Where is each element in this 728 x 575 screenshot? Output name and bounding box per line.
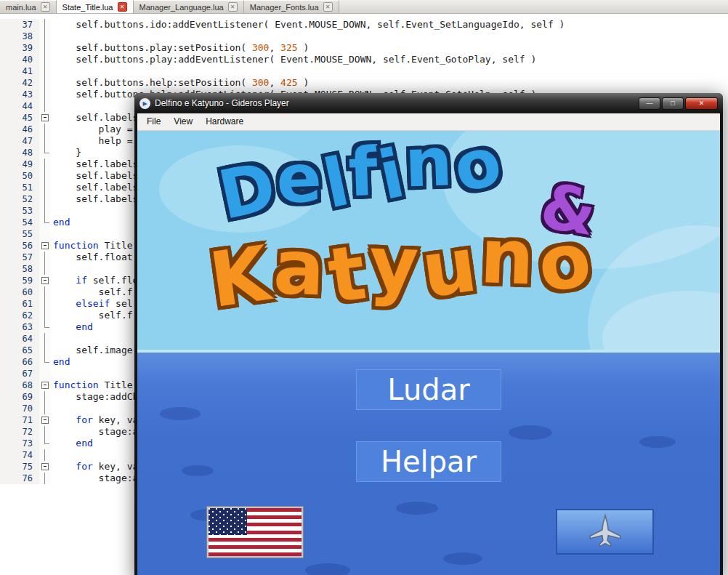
code-text: if self.flo [51,275,138,286]
logo-katyuno: Katyuno [208,214,597,323]
fold-toggle-icon[interactable] [39,414,51,426]
fold-margin [39,263,51,275]
code-text [51,403,53,414]
fold-margin [39,170,51,182]
water-shadow [396,502,438,515]
fold-margin [39,65,51,77]
fold-margin [39,438,51,449]
line-number: 65 [0,345,39,356]
code-line[interactable]: 39 self.buttons.play:setPosition( 300, 3… [0,42,728,54]
code-line[interactable]: 38 [0,31,728,42]
tab-state_title-lua[interactable]: State_Title.lua✕ [57,0,134,13]
line-number: 52 [0,193,39,205]
code-line[interactable]: 40 self.buttons.play:addEventListener( E… [0,54,728,65]
flag-canton-stars [209,508,247,535]
logo-letter: n [403,131,456,203]
tab-label: Manager_Fonts.lua [250,3,319,12]
tab-label: Manager_Language.lua [139,3,224,12]
minimize-button[interactable]: — [639,97,660,110]
code-line[interactable]: 42 self.buttons.help:setPosition( 300, 4… [0,77,728,89]
line-number: 58 [0,263,39,275]
window-titlebar[interactable]: ▶ Delfino e Katyuno - Gideros Player — □… [134,93,723,113]
line-number: 53 [0,205,39,217]
line-number: 72 [0,426,39,438]
line-number: 70 [0,403,39,414]
maximize-button[interactable]: □ [662,97,684,110]
fold-toggle-icon[interactable] [39,379,51,391]
code-text [51,228,53,240]
fold-toggle-icon[interactable] [39,461,51,473]
fold-margin [39,135,51,147]
fold-margin [39,391,51,403]
code-line[interactable]: 41 [0,65,728,77]
code-text: self.buttons.help:setPosition( 300, 425 … [51,77,309,89]
code-text: function Title [51,379,133,391]
fold-margin [39,310,51,321]
line-number: 43 [0,89,39,100]
logo-letter: y [368,219,424,310]
fold-margin [39,158,51,170]
line-number: 38 [0,31,39,42]
us-flag-language-button[interactable] [207,507,303,558]
code-text: end [51,356,70,368]
help-button-label: Helpar [381,445,477,478]
fold-margin [39,89,51,100]
code-text [51,263,53,275]
play-button[interactable]: Ludar [356,369,501,410]
line-number: 73 [0,438,39,449]
tab-label: State_Title.lua [62,3,113,12]
logo-letter: n [479,212,540,302]
tab-close-icon[interactable]: ✕ [118,2,127,12]
line-number: 57 [0,252,39,263]
code-line[interactable]: 37 self.buttons.ido:addEventListener( Ev… [0,19,728,31]
tab-close-icon[interactable]: ✕ [41,2,50,12]
code-text: stage:addCh [51,391,138,403]
tab-label: main.lua [6,3,36,12]
fold-margin [39,426,51,438]
fold-toggle-icon[interactable] [39,240,51,252]
logo-letter: o [533,214,601,310]
tab-close-icon[interactable]: ✕ [228,2,238,12]
line-number: 62 [0,310,39,321]
line-number: 37 [0,19,39,31]
tab-manager_fonts-lua[interactable]: Manager_Fonts.lua✕ [244,0,339,13]
fold-margin [39,286,51,298]
airplane-button[interactable] [556,509,654,555]
code-text: self.f [51,310,133,321]
fold-toggle-icon[interactable] [39,112,51,124]
menu-file[interactable]: File [140,113,167,130]
tab-manager_language-lua[interactable]: Manager_Language.lua✕ [134,0,244,13]
tab-main-lua[interactable]: main.lua✕ [0,0,57,13]
fold-toggle-icon[interactable] [39,275,51,286]
fold-margin [39,217,51,228]
window-controls: — □ ✕ [639,97,718,110]
help-button[interactable]: Helpar [356,441,501,482]
fold-margin [39,19,51,31]
code-text: self.labels [51,170,138,182]
code-text: self.image [51,345,133,356]
code-text [51,368,53,379]
fold-margin [39,368,51,379]
line-number: 55 [0,228,39,240]
line-number: 63 [0,321,39,333]
fold-margin [39,298,51,310]
close-button[interactable]: ✕ [685,97,718,110]
tab-close-icon[interactable]: ✕ [323,2,333,12]
game-logo: Delfino & Katyuno [137,135,720,361]
line-number: 45 [0,112,39,124]
line-number: 40 [0,54,39,65]
fold-margin [39,124,51,135]
code-text [51,449,53,461]
menu-view[interactable]: View [167,113,199,130]
water-shadow [305,563,350,575]
code-text: end [51,438,93,449]
code-text: end [51,321,93,333]
menu-hardware[interactable]: Hardware [199,113,250,130]
tab-bar: main.lua✕State_Title.lua✕Manager_Languag… [0,0,728,14]
menu-bar: FileViewHardware [137,113,720,131]
water-shadow [639,436,676,448]
line-number: 44 [0,100,39,112]
logo-letter: D [212,147,285,235]
line-number: 59 [0,275,39,286]
game-viewport: Delfino & Katyuno Ludar Helpar [137,131,720,575]
